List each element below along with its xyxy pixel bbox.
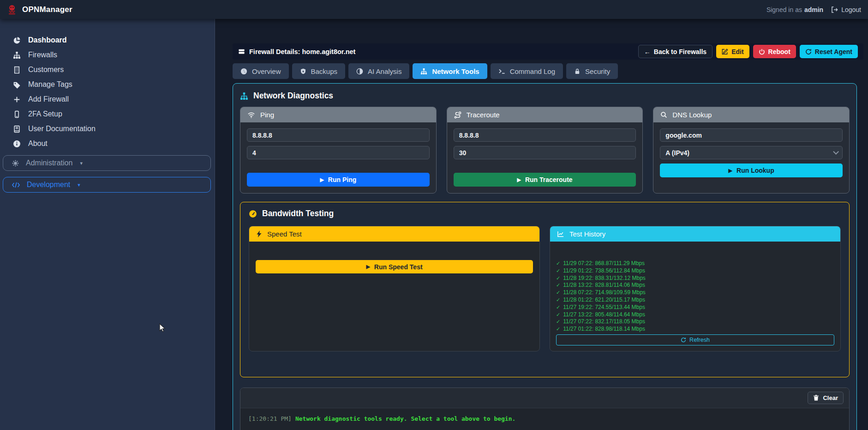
clear-console-button[interactable]: Clear [808,392,844,404]
back-to-firewalls-button[interactable]: ← Back to Firewalls [638,45,712,58]
tachometer-icon [249,210,257,218]
speed-test-card: Speed Test ▶ Run Speed Test [249,226,540,351]
tab-security[interactable]: Security [566,63,618,79]
firewall-tabs: Overview Backups AI Analysis [233,63,863,79]
refresh-history-button[interactable]: Refresh [556,334,834,345]
tab-backups[interactable]: Backups [292,63,346,79]
run-speed-test-button[interactable]: ▶ Run Speed Test [256,260,533,273]
trash-icon [813,394,819,401]
test-history-card: Test History ✓11/29 07:22: 868.87/111.29… [550,226,841,351]
traceroute-card-header: Traceroute [447,107,643,122]
play-icon: ▶ [320,177,323,183]
signed-in-text: Signed in asadmin [766,6,823,13]
dns-record-type-select[interactable]: A (IPv4) [660,146,843,159]
arrow-left-icon: ← [644,48,651,55]
console-output: [1:20:21 PM]Network diagnostic tools rea… [240,408,849,429]
wifi-icon [247,112,255,118]
building-icon [12,66,21,74]
caret-down-icon: ▾ [78,182,80,188]
sidebar-item-user-documentation[interactable]: User Documentation [0,121,215,136]
app-title: OPNManager [22,5,72,14]
chart-pie-icon [12,36,21,44]
play-icon: ▶ [366,264,370,270]
sidebar-development-dropdown[interactable]: Development ▾ [3,177,211,193]
pencil-icon [722,48,728,55]
run-traceroute-button[interactable]: ▶ Run Traceroute [454,173,636,187]
check-icon: ✓ [556,267,560,275]
bandwidth-testing-section: Bandwidth Testing Speed Test [240,202,850,377]
history-entry: ✓11/27 13:22: 805.48/114.64 Mbps [556,311,834,319]
tab-command-log[interactable]: Command Log [491,63,563,79]
main-content: Firewall Details: home.agit8or.net ← Bac… [216,19,868,430]
username: admin [804,6,823,13]
history-entry: ✓11/29 07:22: 868.87/111.29 Mbps [556,260,834,267]
tab-ai-analysis[interactable]: AI Analysis [348,63,409,79]
history-entry: ✓11/27 19:22: 724.55/113.44 Mbps [556,304,834,311]
sidebar-item-2fa-setup[interactable]: 2FA Setup [0,107,215,121]
edit-button[interactable]: Edit [716,45,749,58]
logout-button[interactable]: Logout [831,6,861,13]
dns-lookup-card-header: DNS Lookup [653,107,849,122]
log-message: Network diagnostic tools ready. Select a… [295,415,515,422]
sidebar-item-firewalls[interactable]: Firewalls [0,48,215,62]
sidebar-item-about[interactable]: About [0,136,215,151]
sidebar-administration-dropdown[interactable]: Administration ▾ [3,155,211,171]
check-icon: ✓ [556,297,560,304]
dns-host-input[interactable] [660,128,843,142]
check-icon: ✓ [556,289,560,297]
check-icon: ✓ [556,326,560,333]
firewall-details-toolbar: Firewall Details: home.agit8or.net ← Bac… [233,43,863,60]
book-icon [12,125,21,133]
refresh-icon [805,48,812,55]
sidebar-item-manage-tags[interactable]: Manage Tags [0,77,215,92]
tags-icon [12,81,21,89]
reboot-button[interactable]: Reboot [753,45,796,58]
check-icon: ✓ [556,318,560,326]
test-history-header: Test History [550,226,840,242]
app-logo [7,4,17,15]
check-icon: ✓ [556,260,560,267]
tab-network-tools[interactable]: Network Tools [413,63,487,79]
network-tools-pane: Network Diagnostics Ping [233,83,857,430]
run-lookup-button[interactable]: ▶ Run Lookup [660,164,843,177]
sidebar-item-customers[interactable]: Customers [0,62,215,77]
server-icon [238,48,245,55]
terminal-icon [498,68,505,75]
sidebar-item-dashboard[interactable]: Dashboard [0,33,215,48]
bandwidth-testing-heading: Bandwidth Testing [249,209,841,218]
caret-down-icon: ▾ [80,160,83,166]
refresh-icon [681,337,686,343]
speed-test-header: Speed Test [249,226,539,242]
sidebar-item-add-firewall[interactable]: Add Firewall [0,92,215,107]
tab-overview[interactable]: Overview [233,63,289,79]
play-icon: ▶ [729,168,732,174]
sitemap-icon [420,68,427,75]
ping-host-input[interactable] [247,128,430,142]
check-icon: ✓ [556,311,560,319]
traceroute-maxhops-input[interactable] [454,146,636,159]
history-entry: ✓11/27 07:22: 832.17/118.05 Mbps [556,318,834,326]
page-title: Firewall Details: home.agit8or.net [238,48,355,55]
history-entry: ✓11/28 19:22: 838.31/132.12 Mbps [556,275,834,282]
chart-line-icon [557,230,564,237]
ping-card-header: Ping [240,107,436,122]
overview-icon [240,68,247,75]
sitemap-icon [240,92,248,100]
power-icon [759,48,765,55]
search-icon [660,111,667,118]
traceroute-host-input[interactable] [454,128,636,142]
shield-lock-icon [300,68,306,75]
play-icon: ▶ [517,177,521,183]
chevron-down-icon [833,149,839,155]
gear-icon [12,159,19,167]
diagnostics-console: Clear [1:20:21 PM]Network diagnostic too… [240,388,850,430]
check-icon: ✓ [556,282,560,289]
check-icon: ✓ [556,275,560,282]
reset-agent-button[interactable]: Reset Agent [800,45,858,58]
history-entry: ✓11/27 01:22: 828.98/118.14 Mbps [556,326,834,333]
ping-count-input[interactable] [247,146,430,159]
logout-icon [831,6,838,13]
history-entry: ✓11/28 07:22: 714.98/109.59 Mbps [556,289,834,297]
run-ping-button[interactable]: ▶ Run Ping [247,173,430,187]
test-history-list: ✓11/29 07:22: 868.87/111.29 Mbps ✓11/29 … [550,242,840,351]
